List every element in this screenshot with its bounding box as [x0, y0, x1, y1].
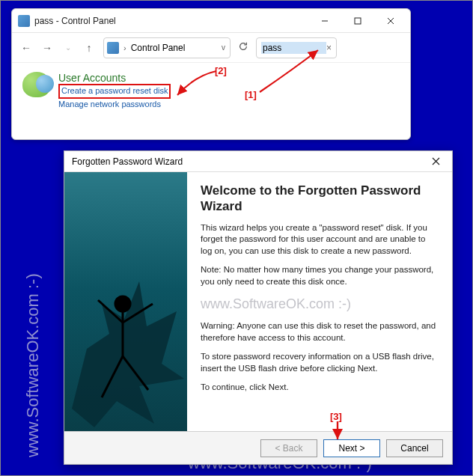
user-accounts-icon — [22, 72, 51, 97]
control-panel-body: User Accounts Create a password reset di… — [12, 63, 410, 120]
wizard-side-graphic — [64, 172, 187, 431]
wizard-paragraph-4: To store password recovery information o… — [201, 351, 439, 374]
search-input[interactable]: pass — [261, 42, 326, 54]
address-dropdown-icon[interactable]: v — [222, 43, 225, 52]
watermark-inline: www.SoftwareOK.com :-) — [201, 295, 439, 313]
watermark-vertical: www.SoftwareOK.com :-) — [23, 273, 43, 457]
wizard-paragraph-3: Warning: Anyone can use this disk to res… — [201, 320, 439, 344]
create-password-reset-disk-link[interactable]: Create a password reset disk — [58, 84, 171, 99]
wizard-titlebar[interactable]: Forgotten Password Wizard — [64, 151, 452, 172]
maximize-button[interactable] — [341, 10, 374, 31]
wizard-window: Forgotten Password Wizard Wel — [64, 150, 453, 465]
control-panel-titlebar[interactable]: pass - Control Panel — [12, 9, 410, 33]
search-clear-icon[interactable]: × — [326, 43, 332, 53]
minimize-button[interactable] — [308, 10, 341, 31]
control-panel-title-icon — [18, 15, 30, 27]
breadcrumb-control-panel-icon — [107, 42, 119, 54]
control-panel-window: pass - Control Panel ← → ⌄ ↑ › Control P… — [11, 8, 411, 140]
wizard-paragraph-5: To continue, click Next. — [201, 382, 439, 394]
close-button[interactable] — [374, 10, 407, 31]
search-box[interactable]: pass × — [256, 37, 337, 58]
nav-forward-button[interactable]: → — [40, 42, 54, 54]
nav-back-button[interactable]: ← — [19, 42, 33, 54]
breadcrumb-text[interactable]: Control Panel — [131, 43, 186, 53]
svg-point-6 — [115, 296, 130, 311]
refresh-button[interactable] — [238, 41, 248, 54]
nav-recent-dropdown[interactable]: ⌄ — [61, 43, 75, 52]
svg-rect-1 — [355, 18, 361, 24]
wizard-back-button: < Back — [260, 439, 317, 457]
nav-up-button[interactable]: ↑ — [82, 42, 96, 54]
control-panel-title: pass - Control Panel — [34, 16, 308, 26]
wizard-title: Forgotten Password Wizard — [72, 156, 419, 167]
manage-network-passwords-link[interactable]: Manage network passwords — [58, 99, 171, 111]
wizard-close-button[interactable] — [419, 151, 452, 172]
wizard-cancel-button[interactable]: Cancel — [386, 439, 443, 457]
wizard-paragraph-2: Note: No matter how many times you chang… — [201, 264, 439, 287]
address-bar[interactable]: › Control Panel v — [103, 37, 231, 58]
breadcrumb-sep-icon: › — [123, 43, 126, 52]
wizard-footer: < Back Next > Cancel — [64, 431, 452, 464]
wizard-paragraph-1: This wizard helps you create a "password… — [201, 222, 439, 257]
control-panel-toolbar: ← → ⌄ ↑ › Control Panel v pass × — [12, 33, 410, 63]
wizard-heading: Welcome to the Forgotten Password Wizard — [201, 183, 439, 215]
wizard-next-button[interactable]: Next > — [323, 439, 380, 457]
wizard-content: Welcome to the Forgotten Password Wizard… — [187, 172, 452, 431]
user-accounts-heading[interactable]: User Accounts — [58, 72, 171, 84]
